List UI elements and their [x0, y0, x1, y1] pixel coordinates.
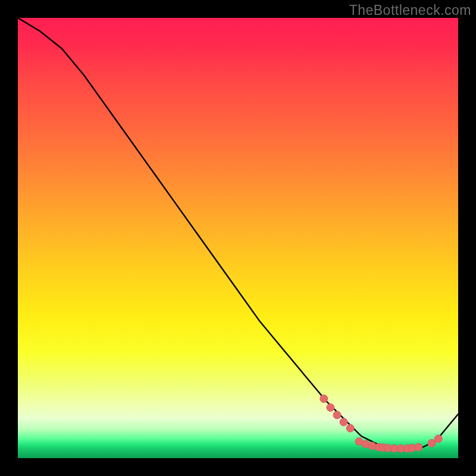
curve-marker: [415, 443, 422, 451]
chart-frame: TheBottleneck.com: [0, 0, 476, 476]
curve-marker: [333, 411, 341, 419]
curve-marker: [340, 418, 347, 426]
curve-marker: [434, 435, 442, 443]
chart-svg: [18, 18, 458, 458]
curve-marker: [327, 403, 334, 411]
bottleneck-curve: [18, 18, 458, 449]
plot-area: [18, 18, 458, 458]
curve-marker: [428, 439, 436, 447]
curve-marker: [346, 424, 354, 432]
curve-marker: [320, 395, 328, 403]
watermark-text: TheBottleneck.com: [349, 2, 471, 18]
curve-markers: [320, 395, 442, 453]
